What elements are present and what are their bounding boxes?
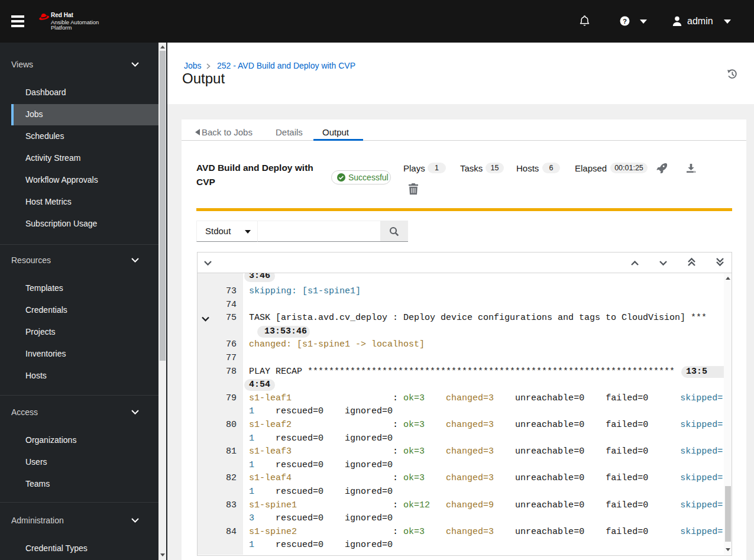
svg-text:?: ? bbox=[623, 18, 627, 25]
